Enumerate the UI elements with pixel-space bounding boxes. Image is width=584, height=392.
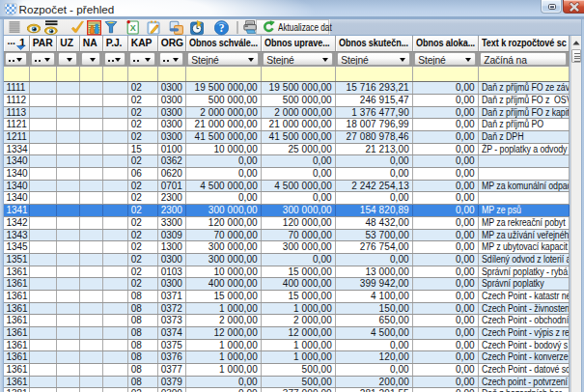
- svg-text:?: ?: [218, 22, 224, 34]
- svg-text:X: X: [129, 23, 135, 33]
